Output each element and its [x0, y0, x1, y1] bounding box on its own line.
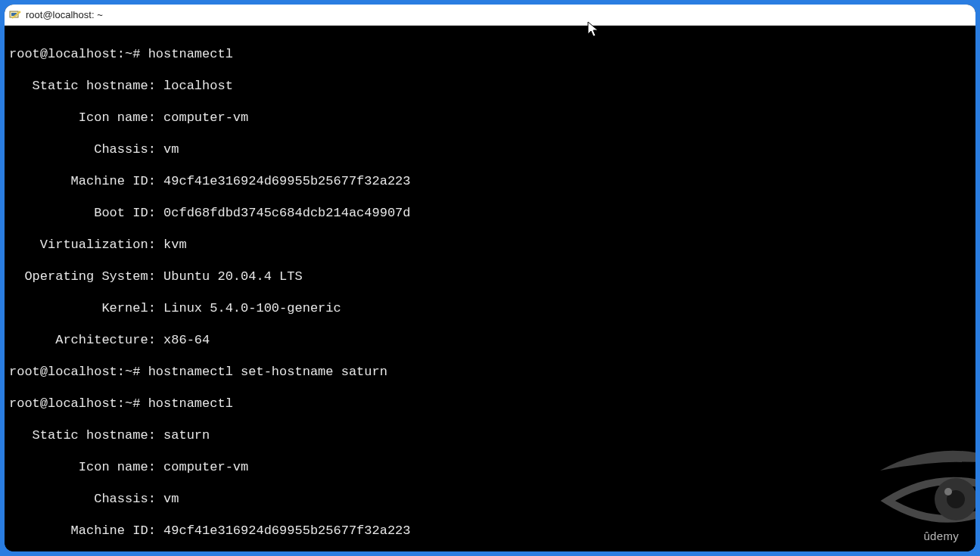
terminal-body[interactable]: root@localhost:~# hostnamectl Static hos… [5, 26, 975, 551]
value-kernel: Linux 5.4.0-100-generic [163, 301, 341, 315]
label-chassis: Chassis: [9, 142, 156, 157]
label-os: Operating System: [9, 269, 156, 284]
label-chassis-2: Chassis: [9, 492, 156, 506]
prompt: root@localhost:~# [9, 396, 140, 411]
app-frame: root@localhost: ~ root@localhost:~# host… [5, 5, 975, 551]
prompt: root@localhost:~# [9, 47, 140, 61]
label-virtualization: Virtualization: [9, 238, 156, 252]
terminal-window: root@localhost: ~ root@localhost:~# host… [5, 5, 975, 551]
label-icon-name: Icon name: [9, 110, 156, 125]
eye-logo-icon [810, 432, 962, 523]
label-machine-id-2: Machine ID: [9, 523, 156, 538]
label-boot-id: Boot ID: [9, 206, 156, 220]
label-architecture: Architecture: [9, 333, 156, 347]
value-machine-id-2: 49cf41e316924d69955b25677f32a223 [163, 523, 410, 538]
value-static-hostname-2: saturn [163, 428, 210, 443]
cmd-hostnamectl-1: hostnamectl [148, 47, 233, 61]
value-static-hostname: localhost [163, 79, 233, 93]
value-chassis-2: vm [163, 492, 179, 506]
label-kernel: Kernel: [9, 301, 156, 315]
label-static-hostname: Static hostname: [9, 79, 156, 93]
label-static-hostname-2: Static hostname: [9, 428, 156, 443]
cmd-set-hostname: hostnamectl set-hostname saturn [148, 365, 387, 379]
cmd-hostnamectl-2: hostnamectl [148, 396, 233, 411]
label-machine-id: Machine ID: [9, 174, 156, 188]
label-icon-name-2: Icon name: [9, 460, 156, 474]
value-boot-id: 0cfd68fdbd3745c684dcb214ac49907d [163, 206, 410, 220]
value-virtualization: kvm [163, 238, 187, 252]
window-title: root@localhost: ~ [26, 9, 103, 20]
putty-icon [9, 9, 21, 21]
titlebar[interactable]: root@localhost: ~ [5, 5, 975, 26]
value-architecture: x86-64 [163, 333, 210, 347]
prompt: root@localhost:~# [9, 365, 140, 379]
value-machine-id: 49cf41e316924d69955b25677f32a223 [163, 174, 410, 188]
value-os: Ubuntu 20.04.4 LTS [163, 269, 303, 284]
value-chassis: vm [163, 142, 179, 157]
value-icon-name-2: computer-vm [163, 460, 248, 474]
value-icon-name: computer-vm [163, 110, 248, 125]
svg-point-3 [19, 11, 21, 13]
